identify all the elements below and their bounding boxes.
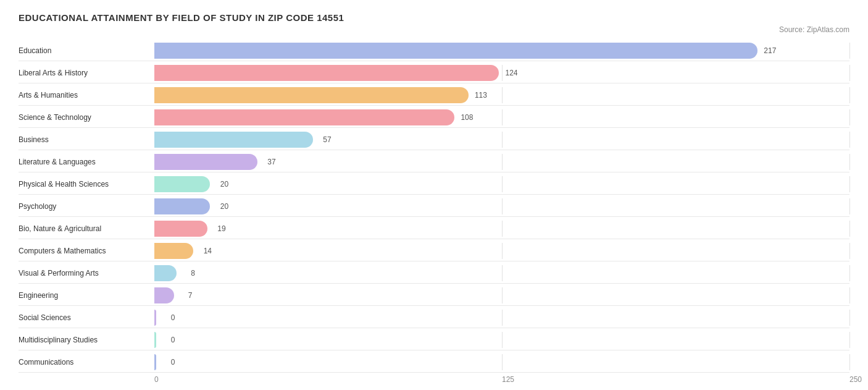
bar-fill: 14: [154, 243, 193, 259]
bar-value-label: 124: [505, 69, 517, 77]
bar-area: 0: [154, 332, 849, 348]
bar-label: Multidisciplinary Studies: [19, 336, 154, 344]
x-tick-label: 0: [154, 375, 159, 384]
bar-value-label: 0: [171, 313, 175, 322]
bar-row: Literature & Languages37: [19, 151, 849, 172]
bar-fill: 108: [154, 109, 454, 125]
chart-container: Education217Liberal Arts & History124Art…: [19, 40, 849, 388]
bar-fill: 113: [154, 87, 469, 103]
bar-fill: 20: [154, 198, 210, 214]
bar-row: Science & Technology108: [19, 107, 849, 128]
bar-value-label: 7: [188, 291, 193, 300]
bar-area: 37: [154, 154, 849, 170]
bar-fill: 20: [154, 176, 210, 192]
bar-area: 7: [154, 287, 849, 303]
bar-row: Arts & Humanities113: [19, 85, 849, 106]
bar-row: Social Sciences0: [19, 307, 849, 328]
bar-value-label: 37: [267, 158, 275, 166]
bar-row: Liberal Arts & History124: [19, 62, 849, 83]
x-tick-label: 250: [849, 375, 862, 384]
bar-area: 14: [154, 243, 849, 259]
bar-row: Bio, Nature & Agricultural19: [19, 218, 849, 239]
bar-fill: 7: [154, 287, 174, 303]
bar-fill: 0: [154, 332, 156, 348]
bar-value-label: 20: [220, 202, 228, 211]
bar-label: Science & Technology: [19, 113, 154, 122]
bar-value-label: 20: [220, 180, 228, 189]
bar-label: Communications: [19, 358, 154, 367]
bar-area: 108: [154, 109, 849, 125]
bar-label: Arts & Humanities: [19, 91, 154, 100]
bar-fill: 217: [154, 43, 757, 59]
bar-value-label: 57: [323, 135, 331, 144]
bar-label: Psychology: [19, 202, 154, 211]
bar-value-label: 0: [171, 358, 175, 367]
bar-area: 20: [154, 176, 849, 192]
source-label: Source: ZipAtlas.com: [19, 25, 849, 34]
bar-label: Social Sciences: [19, 313, 154, 322]
bar-value-label: 217: [764, 46, 776, 55]
bar-fill: 37: [154, 154, 257, 170]
bar-value-label: 0: [171, 336, 175, 344]
bar-label: Liberal Arts & History: [19, 69, 154, 77]
page-title: EDUCATIONAL ATTAINMENT BY FIELD OF STUDY…: [19, 12, 849, 23]
bar-fill: 8: [154, 265, 177, 281]
bar-area: 217: [154, 43, 849, 59]
bar-area: 0: [154, 354, 849, 370]
bar-fill: 0: [154, 354, 156, 370]
x-axis: 0125250: [154, 375, 849, 388]
bar-label: Physical & Health Sciences: [19, 180, 154, 189]
bar-fill: 0: [154, 310, 156, 326]
bar-label: Business: [19, 135, 154, 144]
bar-area: 0: [154, 310, 849, 326]
bar-value-label: 113: [475, 91, 487, 100]
bar-label: Engineering: [19, 291, 154, 300]
x-tick-label: 125: [502, 375, 514, 384]
bar-row: Multidisciplinary Studies0: [19, 329, 849, 350]
bar-area: 19: [154, 221, 849, 237]
bar-row: Business57: [19, 129, 849, 150]
bar-row: Computers & Mathematics14: [19, 240, 849, 261]
bar-label: Visual & Performing Arts: [19, 269, 154, 278]
bar-area: 124: [154, 65, 849, 81]
bar-value-label: 108: [461, 113, 473, 122]
bar-area: 20: [154, 198, 849, 214]
bar-value-label: 14: [204, 247, 212, 255]
bar-label: Bio, Nature & Agricultural: [19, 224, 154, 233]
bar-value-label: 19: [217, 224, 225, 233]
bars-wrapper: Education217Liberal Arts & History124Art…: [19, 40, 849, 373]
bar-fill: 124: [154, 65, 499, 81]
bar-label: Education: [19, 46, 154, 55]
bar-row: Visual & Performing Arts8: [19, 263, 849, 284]
bar-fill: 19: [154, 221, 207, 237]
bar-area: 113: [154, 87, 849, 103]
bar-row: Communications0: [19, 352, 849, 373]
bar-row: Psychology20: [19, 196, 849, 217]
bar-row: Physical & Health Sciences20: [19, 174, 849, 195]
bar-label: Computers & Mathematics: [19, 247, 154, 255]
bar-fill: 57: [154, 132, 313, 148]
bar-row: Engineering7: [19, 285, 849, 306]
bar-area: 57: [154, 132, 849, 148]
bar-label: Literature & Languages: [19, 158, 154, 166]
bar-area: 8: [154, 265, 849, 281]
bar-value-label: 8: [191, 269, 195, 278]
bar-row: Education217: [19, 40, 849, 61]
